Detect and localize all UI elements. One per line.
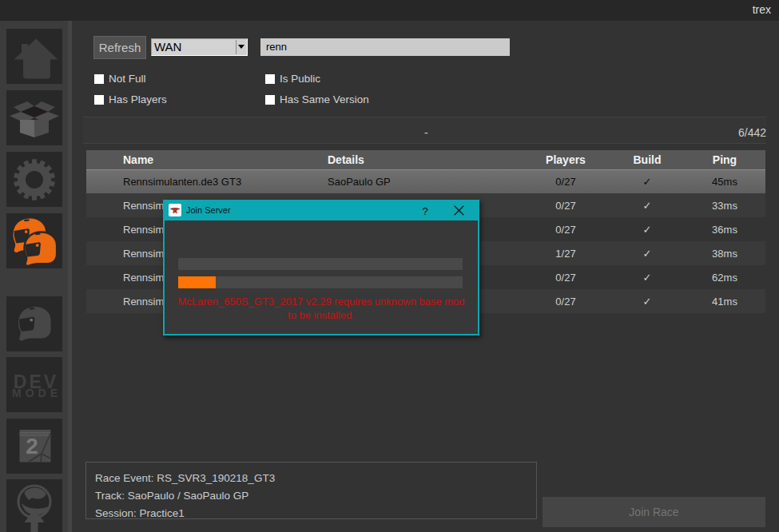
svg-text:2: 2 (26, 434, 38, 459)
